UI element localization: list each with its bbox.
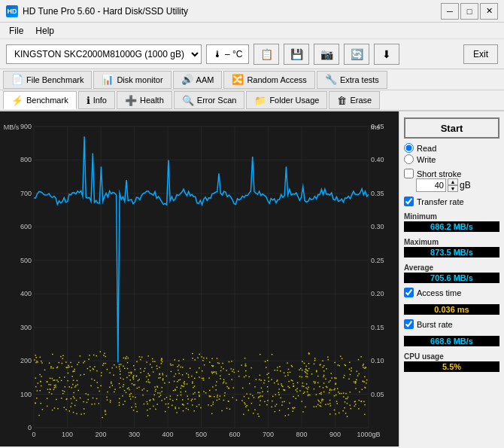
- temperature-display: 🌡 – °C: [206, 44, 249, 64]
- close-button[interactable]: ✕: [480, 3, 498, 20]
- short-stroke-section: Short stroke ▲ ▼ gB: [404, 169, 499, 192]
- titlebar-title: HD Tune Pro 5.60 - Hard Disk/SSD Utility: [23, 6, 188, 17]
- tab-error-scan[interactable]: 🔍 Error Scan: [174, 91, 245, 109]
- temp-value: – °C: [225, 49, 242, 59]
- file-benchmark-icon: 📄: [11, 74, 23, 85]
- health-icon: ➕: [125, 95, 137, 106]
- tab-file-benchmark[interactable]: 📄 File Benchmark: [3, 71, 92, 89]
- exit-button[interactable]: Exit: [463, 44, 498, 64]
- extra-tests-icon: 🔧: [325, 74, 337, 85]
- menu-help[interactable]: Help: [29, 24, 60, 38]
- burst-rate-label: Burst rate: [417, 320, 453, 329]
- average-value: 705.6 MB/s: [404, 273, 499, 283]
- maximum-value: 873.5 MB/s: [404, 247, 499, 258]
- titlebar-controls: ─ □ ✕: [441, 3, 498, 20]
- thermometer-icon: 🌡: [213, 49, 222, 59]
- info-icon: ℹ: [87, 95, 90, 106]
- tab-benchmark-label: Benchmark: [26, 96, 68, 105]
- average-label: Average: [404, 264, 499, 272]
- access-time-checkbox[interactable]: [404, 288, 414, 297]
- titlebar: HD HD Tune Pro 5.60 - Hard Disk/SSD Util…: [0, 0, 504, 23]
- toolbar-btn-3[interactable]: 📷: [314, 44, 339, 65]
- error-scan-icon: 🔍: [182, 95, 194, 106]
- start-button[interactable]: Start: [404, 117, 499, 139]
- cpu-usage-stat: CPU usage 5.5%: [404, 352, 499, 372]
- toolbar-btn-4[interactable]: 🔄: [344, 44, 369, 65]
- tab-erase[interactable]: 🗑 Erase: [329, 91, 380, 109]
- access-time-stat: 0.036 ms: [404, 303, 499, 315]
- tab-aam[interactable]: 🔊 AAM: [173, 71, 223, 89]
- tab-health-label: Health: [140, 96, 164, 105]
- access-time-value: 0.036 ms: [404, 304, 499, 315]
- tab-disk-monitor[interactable]: 📊 Disk monitor: [93, 71, 171, 89]
- tab-random-access-label: Random Access: [247, 75, 306, 84]
- maximum-label: Maximum: [404, 238, 499, 246]
- main-content: Start Read Write Short stroke ▲ ▼: [0, 111, 504, 446]
- burst-rate-value: 668.6 MB/s: [404, 336, 499, 346]
- menubar: File Help: [0, 23, 504, 39]
- toolbar-btn-5[interactable]: ⬇: [374, 44, 399, 65]
- short-stroke-spinbox: ▲ ▼ gB: [416, 178, 499, 192]
- read-radio[interactable]: [404, 143, 414, 153]
- tab-health[interactable]: ➕ Health: [117, 91, 172, 109]
- toolbar-btn-1[interactable]: 📋: [254, 44, 279, 65]
- tab-benchmark[interactable]: ⚡ Benchmark: [3, 91, 77, 109]
- menu-file[interactable]: File: [3, 24, 29, 38]
- tab-extra-tests[interactable]: 🔧 Extra tests: [317, 71, 387, 89]
- tab-info[interactable]: ℹ Info: [78, 91, 115, 109]
- toolbar-btn-2[interactable]: 💾: [284, 44, 309, 65]
- tab-random-access[interactable]: 🔀 Random Access: [223, 71, 314, 89]
- tab-error-scan-label: Error Scan: [197, 96, 237, 105]
- tab-erase-label: Erase: [350, 96, 372, 105]
- cpu-usage-value: 5.5%: [404, 361, 499, 372]
- minimum-value: 686.2 MB/s: [404, 221, 499, 232]
- transfer-rate-checkbox-label[interactable]: Transfer rate: [404, 197, 499, 206]
- benchmark-icon: ⚡: [11, 95, 23, 106]
- spin-up-button[interactable]: ▲: [448, 178, 458, 185]
- tab-info-label: Info: [93, 96, 107, 105]
- short-stroke-label: Short stroke: [417, 169, 461, 178]
- tab-disk-monitor-label: Disk monitor: [117, 75, 162, 84]
- tab-folder-usage[interactable]: 📁 Folder Usage: [246, 91, 327, 109]
- burst-rate-checkbox-label[interactable]: Burst rate: [404, 319, 499, 329]
- tab-extra-tests-label: Extra tests: [340, 75, 379, 84]
- app-icon: HD: [6, 5, 18, 17]
- read-write-group: Read Write: [404, 143, 499, 164]
- write-radio-label[interactable]: Write: [404, 154, 499, 164]
- tab-aam-label: AAM: [196, 75, 214, 84]
- benchmark-chart: [0, 111, 399, 446]
- short-stroke-checkbox[interactable]: [404, 169, 414, 178]
- spin-down-button[interactable]: ▼: [448, 185, 458, 192]
- read-label: Read: [417, 144, 436, 153]
- write-label: Write: [417, 155, 436, 164]
- aam-icon: 🔊: [181, 74, 193, 85]
- burst-rate-stat: 668.6 MB/s: [404, 335, 499, 346]
- tab-file-benchmark-label: File Benchmark: [26, 75, 83, 84]
- cpu-usage-label: CPU usage: [404, 352, 499, 361]
- access-time-checkbox-label[interactable]: Access time: [404, 288, 499, 297]
- maximum-stat: Maximum 873.5 MB/s: [404, 238, 499, 258]
- transfer-rate-checkbox[interactable]: [404, 197, 414, 206]
- minimum-stat: Minimum 686.2 MB/s: [404, 212, 499, 232]
- access-time-label: Access time: [417, 288, 461, 297]
- write-radio[interactable]: [404, 154, 414, 164]
- erase-icon: 🗑: [337, 95, 347, 106]
- drive-selector[interactable]: KINGSTON SKC2000M81000G (1000 gB): [6, 44, 202, 64]
- right-panel: Start Read Write Short stroke ▲ ▼: [399, 111, 504, 446]
- average-stat: Average 705.6 MB/s: [404, 264, 499, 283]
- chart-area: [0, 111, 399, 446]
- maximize-button[interactable]: □: [460, 3, 478, 20]
- transfer-rate-label: Transfer rate: [417, 197, 464, 206]
- nav-row2: ⚡ Benchmark ℹ Info ➕ Health 🔍 Error Scan…: [0, 90, 504, 111]
- tab-folder-usage-label: Folder Usage: [269, 96, 319, 105]
- nav-row1: 📄 File Benchmark 📊 Disk monitor 🔊 AAM 🔀 …: [0, 69, 504, 90]
- short-stroke-checkbox-label[interactable]: Short stroke: [404, 169, 499, 178]
- short-stroke-unit: gB: [460, 180, 471, 190]
- short-stroke-input[interactable]: [416, 178, 446, 192]
- titlebar-left: HD HD Tune Pro 5.60 - Hard Disk/SSD Util…: [6, 5, 188, 17]
- minimize-button[interactable]: ─: [441, 3, 459, 20]
- burst-rate-checkbox[interactable]: [404, 319, 414, 329]
- read-radio-label[interactable]: Read: [404, 143, 499, 153]
- minimum-label: Minimum: [404, 212, 499, 221]
- random-access-icon: 🔀: [232, 74, 244, 85]
